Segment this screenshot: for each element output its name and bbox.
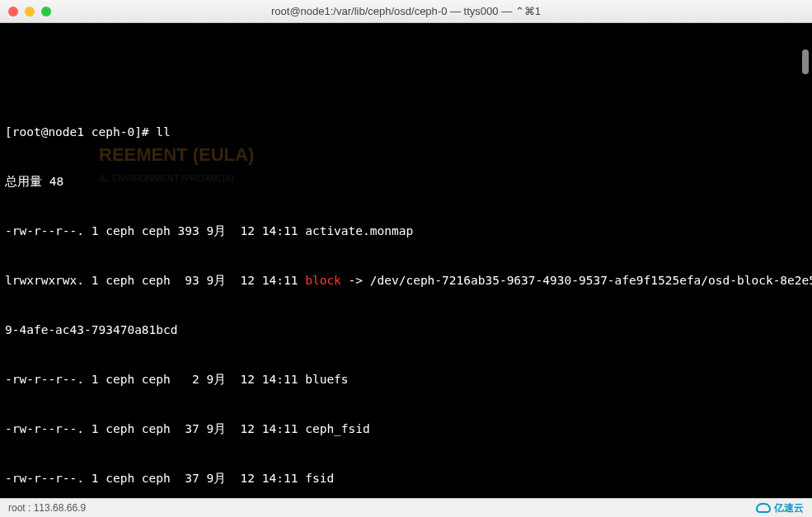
statusbar: root : 113.68.66.9 亿速云 bbox=[0, 498, 812, 517]
prompt: [root@node1 ceph-0]# bbox=[5, 125, 149, 139]
traffic-lights bbox=[8, 7, 51, 16]
zoom-icon[interactable] bbox=[41, 7, 51, 16]
logo: 亿速云 bbox=[756, 501, 804, 515]
list-item-wrap: 9-4afe-ac43-793470a81bcd bbox=[5, 322, 807, 338]
total-line: 总用量 48 bbox=[5, 173, 807, 190]
minimize-icon[interactable] bbox=[25, 7, 35, 16]
cloud-icon bbox=[756, 503, 771, 513]
file-bluefs: bluefs bbox=[305, 373, 348, 386]
list-item: -rw-r--r--. 1 ceph ceph 37 9月 12 14:11 c… bbox=[5, 421, 807, 437]
scrollbar-thumb[interactable] bbox=[802, 49, 809, 74]
terminal-area[interactable]: REEMENT (EULA) AL ENVIRONMENT (PROXMOX) … bbox=[0, 23, 812, 498]
list-item: -rw-r--r--. 1 ceph ceph 393 9月 12 14:11 … bbox=[5, 223, 807, 239]
close-icon[interactable] bbox=[8, 7, 18, 16]
file-activate-monmap: activate.monmap bbox=[305, 224, 413, 237]
titlebar: root@node1:/var/lib/ceph/osd/ceph-0 — tt… bbox=[0, 0, 812, 23]
symlink-block: block bbox=[305, 274, 341, 287]
command-ll: ll bbox=[156, 125, 170, 139]
file-fsid: fsid bbox=[305, 472, 334, 485]
list-item: lrwxrwxrwx. 1 ceph ceph 93 9月 12 14:11 b… bbox=[5, 272, 807, 289]
status-connection: root : 113.68.66.9 bbox=[8, 502, 86, 514]
file-ceph-fsid: ceph_fsid bbox=[305, 422, 370, 435]
list-item: -rw-r--r--. 1 ceph ceph 2 9月 12 14:11 bl… bbox=[5, 371, 807, 388]
list-item: -rw-r--r--. 1 ceph ceph 37 9月 12 14:11 f… bbox=[5, 470, 807, 486]
window-title: root@node1:/var/lib/ceph/osd/ceph-0 — tt… bbox=[8, 5, 804, 17]
logo-text: 亿速云 bbox=[774, 501, 804, 515]
